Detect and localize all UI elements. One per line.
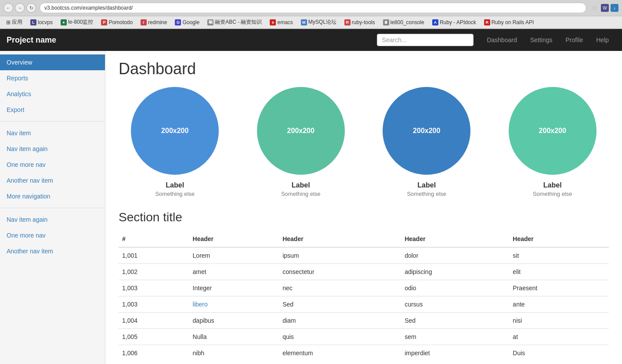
table-cell-col5: ante	[509, 296, 609, 313]
table-cell-col4: imperdiet	[401, 345, 509, 361]
bookmark-pomotodo[interactable]: P Pomotodo	[98, 18, 135, 26]
thumbnail-size-1: 200x200	[161, 127, 188, 135]
data-table: # Header Header Header Header 1,001 Lore…	[119, 231, 609, 361]
thumbnail-4: 200x200 Label Something else	[496, 87, 609, 197]
table-row: 1,005 Nulla quis sem at	[119, 329, 609, 345]
bookmark-google[interactable]: G Google	[172, 18, 202, 26]
ext-icon-1: W	[601, 4, 609, 12]
nav-link-settings[interactable]: Settings	[524, 29, 559, 51]
sidebar-item-another-nav-2[interactable]: Another nav item	[0, 243, 105, 259]
thumbnail-label-1: Label	[119, 181, 231, 189]
table-header-id: #	[119, 231, 189, 247]
sidebar-item-another-nav[interactable]: Another nav item	[0, 173, 105, 188]
locvps-favicon: L	[30, 19, 36, 25]
sidebar-item-reports[interactable]: Reports	[0, 70, 105, 86]
thumbnail-size-2: 200x200	[287, 127, 315, 135]
nav-link-profile[interactable]: Profile	[559, 29, 590, 51]
apidock-favicon: A	[432, 19, 438, 25]
thumbnail-size-3: 200x200	[413, 127, 440, 135]
sidebar-item-more-navigation[interactable]: More navigation	[0, 188, 105, 204]
sidebar-item-one-more-nav[interactable]: One more nav	[0, 157, 105, 173]
bookmark-emacs[interactable]: e emacs	[267, 18, 295, 26]
table-cell-col3: quis	[279, 329, 401, 345]
forward-button[interactable]: →	[15, 3, 25, 13]
sidebar-item-export[interactable]: Export	[0, 102, 105, 118]
table-cell-id: 1,004	[119, 313, 189, 329]
table-header-row: # Header Header Header Header	[119, 231, 609, 247]
table-cell-col3: diam	[279, 313, 401, 329]
sidebar-item-one-more-nav-2[interactable]: One more nav	[0, 227, 105, 243]
app-brand[interactable]: Project name	[7, 36, 56, 45]
table-cell-col5: at	[509, 329, 609, 345]
table-row: 1,002 amet consectetur adipiscing elit	[119, 264, 609, 280]
bookmark-locvps[interactable]: L locvps	[28, 18, 55, 26]
search-input[interactable]	[377, 34, 474, 46]
bookmark-rongzi[interactable]: 融 融资ABC - 融资知识	[205, 18, 264, 27]
table-cell-col3: consectetur	[279, 264, 401, 280]
table-cell-col4: odio	[401, 280, 509, 296]
sidebar-item-overview[interactable]: Overview	[0, 54, 105, 70]
nav-link-help[interactable]: Help	[589, 29, 615, 51]
thumbnail-1: 200x200 Label Something else	[119, 87, 231, 197]
app-navbar: Project name Dashboard Settings Profile …	[0, 29, 622, 51]
sidebar-item-nav-item-again[interactable]: Nav item again	[0, 141, 105, 157]
bookmark-le800-console[interactable]: 🖥 le800_console	[380, 18, 427, 26]
browser-chrome: ← → ↻ v3.bootcss.com/examples/dashboard/…	[0, 0, 622, 29]
sidebar-item-nav-item-again-2[interactable]: Nav item again	[0, 212, 105, 227]
bookmark-star-icon[interactable]: ☆	[592, 4, 597, 11]
bookmark-apidock[interactable]: A Ruby - APIdock	[430, 18, 479, 26]
table-row: 1,004 dapibus diam Sed nisi	[119, 313, 609, 329]
reload-button[interactable]: ↻	[26, 3, 36, 13]
table-cell-col5: Duis	[509, 345, 609, 361]
table-cell-id: 1,003	[119, 296, 189, 313]
table-cell-id: 1,003	[119, 280, 189, 296]
bookmark-mysql[interactable]: M MySQL论坛	[298, 18, 339, 27]
app-body: Overview Reports Analytics Export Nav it…	[0, 51, 622, 364]
table-cell-col4: adipiscing	[401, 264, 509, 280]
sidebar-item-nav-item[interactable]: Nav item	[0, 125, 105, 141]
thumbnail-label-3: Label	[370, 181, 483, 189]
table-cell-col2: amet	[189, 264, 279, 280]
table-cell-col5: Praesent	[509, 280, 609, 296]
table-row: 1,001 Lorem ipsum dolor sit	[119, 247, 609, 264]
thumbnails-row: 200x200 Label Something else 200x200 Lab…	[119, 87, 609, 197]
table-cell-id: 1,002	[119, 264, 189, 280]
thumbnail-circle-1: 200x200	[131, 87, 219, 175]
table-cell-col2: dapibus	[189, 313, 279, 329]
thumbnail-sub-4: Something else	[496, 191, 609, 197]
table-cell-col4: sem	[401, 329, 509, 345]
bookmark-apps[interactable]: ⊞ 应用	[4, 18, 25, 27]
address-bar[interactable]: v3.bootcss.com/examples/dashboard/	[40, 3, 586, 13]
table-cell-col5: elit	[509, 264, 609, 280]
table-cell-col3: nec	[279, 280, 401, 296]
ext-icon-2: ♪	[611, 4, 618, 12]
sidebar-divider-1	[0, 121, 105, 122]
table-cell-col2: libero	[189, 296, 279, 313]
sidebar-item-analytics[interactable]: Analytics	[0, 86, 105, 102]
table-cell-col2: Lorem	[189, 247, 279, 264]
nav-link-dashboard[interactable]: Dashboard	[480, 29, 524, 51]
search-container	[377, 34, 474, 46]
thumbnail-size-4: 200x200	[539, 127, 566, 135]
sidebar: Overview Reports Analytics Export Nav it…	[0, 51, 105, 364]
bookmark-ruby-tools[interactable]: R ruby-tools	[342, 18, 378, 26]
table-cell-col4: cursus	[401, 296, 509, 313]
table-cell-col4: dolor	[401, 247, 509, 264]
table-cell-col4: Sed	[401, 313, 509, 329]
table-cell-link[interactable]: libero	[193, 301, 208, 308]
navbar-links: Dashboard Settings Profile Help	[480, 29, 615, 51]
thumbnail-circle-3: 200x200	[383, 87, 470, 175]
le800-console-favicon: 🖥	[383, 19, 389, 25]
table-cell-col3: elementum	[279, 345, 401, 361]
back-button[interactable]: ←	[4, 3, 13, 13]
table-cell-col5: nisi	[509, 313, 609, 329]
thumbnail-circle-4: 200x200	[509, 87, 597, 175]
table-cell-id: 1,005	[119, 329, 189, 345]
table-cell-id: 1,001	[119, 247, 189, 264]
apps-icon: ⊞	[6, 19, 11, 25]
bookmark-redmine[interactable]: r redmine	[138, 18, 170, 26]
bookmark-rails-api[interactable]: R Ruby on Rails API	[481, 18, 537, 26]
section-title: Section title	[119, 210, 609, 224]
thumbnail-sub-2: Something else	[245, 191, 358, 197]
bookmark-le800[interactable]: ● le-800监控	[58, 18, 96, 27]
